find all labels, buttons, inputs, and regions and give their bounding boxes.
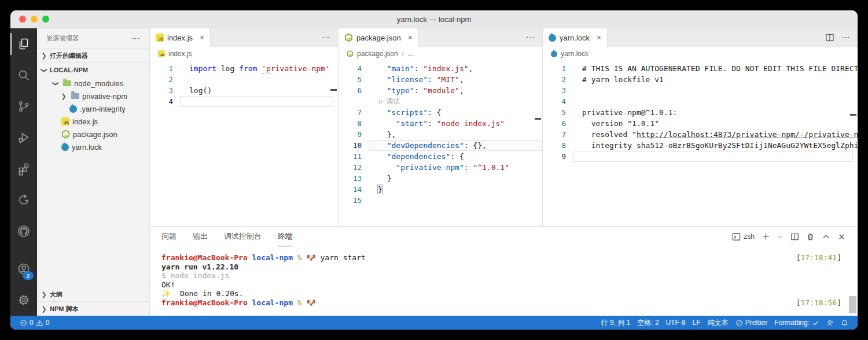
breadcrumb-item[interactable]: package.json — [357, 50, 398, 58]
close-tab-icon[interactable]: × — [597, 33, 601, 42]
tree-item-node-modules[interactable]: ❯ node_modules — [37, 77, 149, 90]
tree-item-index-js[interactable]: JS index.js — [37, 115, 149, 128]
javascript-file-icon: JS — [156, 34, 164, 42]
tree-item-package-json[interactable]: JS package.json — [37, 128, 149, 141]
outline-section[interactable]: ❯ 大纲 — [37, 287, 149, 301]
tree-item-yarn-integrity[interactable]: .yarn-integrity — [37, 102, 149, 115]
notifications-status[interactable] — [837, 316, 852, 330]
editor-actions-more-icon[interactable]: ⋯ — [322, 32, 331, 43]
yarn-file-icon — [61, 143, 69, 151]
code-line: 4 — [150, 96, 338, 107]
search-icon[interactable] — [10, 60, 37, 91]
code-line: 2# yarn lockfile v1 — [543, 74, 858, 85]
prettier-status[interactable]: Prettier — [732, 316, 771, 330]
code-editor-index-js[interactable]: 1import log from 'privative-npm'23log()4 — [150, 61, 338, 226]
cursor-position-status[interactable]: 行 9, 列 1 — [598, 316, 634, 330]
warning-count: 0 — [46, 319, 50, 327]
accounts-icon[interactable]: 2 — [10, 253, 37, 284]
window-title: yarn.lock — local-npm — [397, 15, 472, 24]
terminal-line: frankie@MacBook-Pro local-npm % 🐶 yarn s… — [161, 253, 858, 263]
tree-item-yarn-lock[interactable]: yarn.lock — [37, 141, 149, 153]
code-line: 7 resolved "http://localhost:4873/privat… — [543, 129, 858, 140]
close-window-button[interactable] — [19, 16, 26, 23]
npm-scripts-label: NPM 脚本 — [50, 305, 79, 313]
code-line: 13 } — [339, 173, 542, 184]
chevron-right-icon: ❯ — [59, 93, 68, 100]
line-number: 1 — [543, 63, 575, 74]
close-tab-icon[interactable]: × — [200, 33, 204, 42]
tab-bar: JS package.json × ⋯ — [339, 28, 542, 47]
settings-gear-icon[interactable] — [10, 284, 37, 316]
javascript-file-icon: JS — [61, 117, 69, 125]
editor-actions-more-icon[interactable]: ⋯ — [526, 32, 535, 43]
terminal-timestamp: [17:18:41] — [796, 253, 841, 263]
title-bar[interactable]: yarn.lock — local-npm — [10, 10, 858, 28]
yarn-file-icon — [69, 105, 77, 113]
tab-package-json[interactable]: JS package.json × — [339, 28, 419, 47]
terminal-scrollbar[interactable] — [849, 296, 856, 313]
npm-scripts-section[interactable]: ❯ NPM 脚本 — [37, 301, 149, 316]
terminal-line: OK! — [161, 280, 858, 290]
line-number: 6 — [339, 85, 371, 96]
sidebar-title: 资源管理器 — [46, 34, 79, 43]
vscode-window: yarn.lock — local-npm — [10, 10, 858, 330]
node-file-icon: JS — [61, 130, 70, 139]
activity-bar: 2 — [10, 28, 37, 316]
code-editor-package-json[interactable]: 4 "main": "index.js",5 "license": "MIT",… — [339, 61, 542, 226]
tree-item-privative-npm[interactable]: ❯ privative-npm — [37, 90, 149, 102]
run-debug-icon[interactable] — [10, 122, 37, 153]
open-editors-section[interactable]: ❯ 打开的编辑器 — [37, 48, 149, 62]
breadcrumb-item[interactable]: yarn.lock — [561, 50, 589, 58]
project-label: LOCAL-NPM — [50, 66, 88, 73]
breadcrumb: JS index.js — [150, 47, 338, 61]
tab-debug-console[interactable]: 调试控制台 — [224, 227, 262, 246]
indentation-status[interactable]: 空格: 2 — [634, 316, 662, 330]
language-mode-status[interactable]: 纯文本 — [704, 316, 732, 330]
tab-terminal[interactable]: 终端 — [278, 227, 293, 246]
editor-actions-more-icon[interactable]: ⋯ — [841, 32, 851, 43]
split-editor-icon[interactable] — [825, 33, 834, 42]
encoding-status[interactable]: UTF-8 — [663, 316, 689, 330]
terminal-shell-picker[interactable]: zsh — [732, 232, 755, 241]
maximize-panel-icon[interactable] — [822, 232, 830, 241]
feedback-status[interactable] — [823, 316, 837, 330]
breadcrumb-item[interactable]: … — [407, 50, 414, 58]
terminal-output[interactable]: frankie@MacBook-Pro local-npm % 🐶 yarn s… — [150, 246, 858, 316]
code-line: 15 — [339, 195, 542, 206]
line-number: 12 — [339, 162, 371, 173]
close-tab-icon[interactable]: × — [408, 33, 413, 42]
code-line: 1import log from 'privative-npm' — [150, 63, 338, 74]
line-number: 14 — [339, 184, 371, 195]
kill-terminal-trash-icon[interactable] — [806, 232, 815, 241]
tab-output[interactable]: 输出 — [193, 227, 208, 246]
breadcrumb-item[interactable]: index.js — [168, 50, 192, 58]
eol-status[interactable]: LF — [689, 316, 704, 330]
bottom-panel: 问题 输出 调试控制台 终端 zsh — [150, 226, 858, 316]
terminal-icon — [732, 232, 741, 241]
line-number: 3 — [543, 85, 575, 96]
codelens-debug[interactable]: ▷ 调试 — [339, 96, 542, 107]
gitlens-icon[interactable] — [10, 184, 37, 216]
tab-yarn-lock[interactable]: yarn.lock × — [543, 28, 608, 47]
minimize-window-button[interactable] — [31, 16, 38, 23]
zoom-window-button[interactable] — [42, 16, 49, 23]
new-terminal-icon[interactable] — [762, 232, 770, 241]
code-line: 1# THIS IS AN AUTOGENERATED FILE. DO NOT… — [543, 63, 858, 74]
extensions-icon[interactable] — [10, 153, 37, 184]
code-line: 5privative-npm@^1.0.1: — [543, 107, 858, 118]
line-number: 7 — [339, 107, 371, 118]
explorer-icon[interactable] — [10, 28, 37, 60]
source-control-icon[interactable] — [10, 91, 37, 122]
tab-index-js[interactable]: JS index.js × — [150, 28, 211, 47]
split-terminal-icon[interactable] — [790, 232, 799, 241]
tab-problems[interactable]: 问题 — [161, 227, 176, 246]
project-section[interactable]: ❯ LOCAL-NPM — [37, 62, 149, 77]
sidebar-more-actions-icon[interactable]: ⋯ — [132, 34, 140, 43]
terminal-dropdown-icon[interactable] — [777, 232, 784, 241]
line-number: 3 — [150, 85, 182, 96]
formatting-status[interactable]: Formatting: — [771, 316, 823, 330]
close-panel-icon[interactable] — [837, 232, 846, 241]
github-icon[interactable] — [10, 216, 37, 247]
problems-status[interactable]: 0 0 — [16, 316, 53, 330]
code-editor-yarn-lock[interactable]: 1# THIS IS AN AUTOGENERATED FILE. DO NOT… — [543, 61, 858, 226]
